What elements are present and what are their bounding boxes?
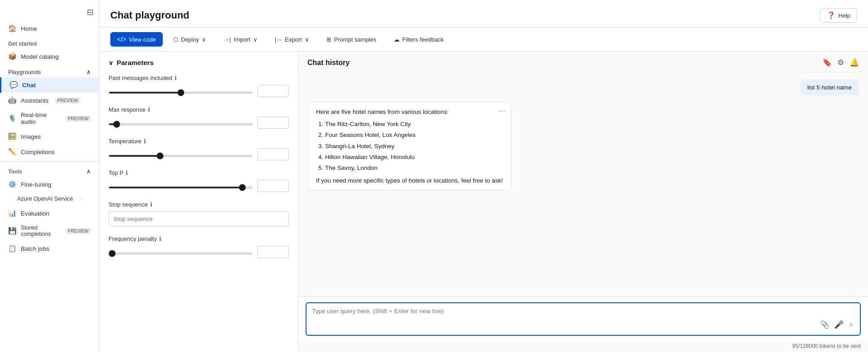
max-response-info-icon[interactable]: ℹ [148, 106, 150, 113]
collapse-icon[interactable]: ⊟ [87, 7, 94, 17]
page-title: Chat playground [110, 9, 189, 21]
sidebar-realtime-label: Real-time audio [21, 112, 59, 125]
realtime-preview-badge: PREVIEW [66, 116, 91, 122]
max-response-label: Max response ℹ [108, 106, 289, 113]
import-icon: →| [223, 36, 231, 43]
sidebar-item-fine-tuning[interactable]: ⚙️ Fine-tuning [0, 177, 99, 192]
frequency-penalty-info-icon[interactable]: ℹ [159, 235, 161, 242]
deploy-button[interactable]: ⬡ Deploy ∨ [166, 33, 213, 47]
frequency-penalty-slider-wrapper [108, 248, 253, 256]
sidebar-item-evaluation[interactable]: 📊 Evaluation [0, 206, 99, 221]
export-label: Export [285, 36, 302, 43]
frequency-penalty-slider[interactable] [108, 253, 253, 254]
frequency-penalty-input[interactable]: 0 [257, 246, 289, 258]
sidebar-item-assistants[interactable]: 🤖 Assistants PREVIEW [0, 93, 99, 108]
deploy-chevron-icon: ∨ [202, 36, 206, 43]
sidebar-item-realtime-audio[interactable]: 🎙️ Real-time audio PREVIEW [0, 108, 99, 129]
parameters-section-header[interactable]: ∨ Parameters [108, 59, 289, 66]
parameters-panel: ∨ Parameters Past messages included ℹ 10 [99, 52, 298, 352]
temperature-group: Temperature ℹ 0.7 [108, 138, 289, 160]
sidebar-item-batch-jobs[interactable]: 📋 Batch jobs [0, 241, 99, 256]
chat-input-actions: 📎 🎤 ➤ [820, 320, 854, 330]
max-response-slider-row: 135 [108, 117, 289, 129]
chat-history-header: Chat history 🔖 ⚙ 🔔 [298, 52, 868, 72]
top-p-input[interactable]: 0.95 [257, 180, 289, 192]
view-code-icon: </> [117, 36, 126, 43]
filters-feedback-button[interactable]: ☁ Filters feedback [387, 33, 451, 47]
max-response-input[interactable]: 135 [257, 117, 289, 129]
parameters-title: Parameters [117, 59, 154, 66]
bookmark-icon[interactable]: 🔖 [822, 58, 832, 67]
past-messages-info-icon[interactable]: ℹ [175, 75, 177, 81]
top-p-slider[interactable] [108, 187, 253, 188]
frequency-penalty-group: Frequency penalty ℹ 0 [108, 235, 289, 258]
stored-completions-icon: 💾 [8, 227, 16, 235]
microphone-icon[interactable]: 🎤 [834, 320, 844, 329]
filters-feedback-icon: ☁ [394, 36, 400, 43]
completions-icon: ✏️ [8, 148, 16, 156]
sidebar-item-home[interactable]: 🏠 Home [0, 21, 99, 36]
top-p-info-icon[interactable]: ℹ [126, 169, 128, 176]
assistants-icon: 🤖 [8, 96, 16, 104]
temperature-info-icon[interactable]: ℹ [144, 138, 146, 145]
sidebar-item-chat[interactable]: 💬 Chat [0, 77, 99, 93]
sidebar-collapse-button[interactable]: ⊟ [0, 4, 99, 21]
temperature-input[interactable]: 0.7 [257, 148, 289, 160]
user-message: list 5 hotel name [800, 80, 859, 95]
import-button[interactable]: →| Import ∨ [217, 33, 264, 47]
frequency-penalty-label: Frequency penalty ℹ [108, 235, 289, 242]
deploy-icon: ⬡ [173, 36, 178, 43]
chat-history-title: Chat history [307, 59, 349, 67]
chat-footer-info: 85/128000 tokens to be sent [298, 341, 868, 352]
stop-sequence-input[interactable] [108, 211, 289, 226]
fine-tuning-icon: ⚙️ [8, 180, 16, 188]
frequency-penalty-slider-row: 0 [108, 246, 289, 258]
past-messages-input[interactable]: 10 [257, 85, 289, 97]
sidebar-chat-label: Chat [22, 82, 36, 89]
parameters-collapse-icon: ∨ [108, 59, 113, 66]
sidebar-model-catalog-label: Model catalog [21, 53, 59, 60]
chat-header-icons: 🔖 ⚙ 🔔 [822, 58, 859, 67]
hotel-item-5: The Savoy, London [325, 164, 503, 173]
prompt-samples-icon: ⊞ [326, 36, 331, 43]
sidebar: ⊟ 🏠 Home Get started 📦 Model catalog Pla… [0, 0, 99, 352]
help-button[interactable]: ❓ Help [820, 8, 857, 23]
batch-jobs-icon: 📋 [8, 244, 16, 253]
chat-input[interactable] [312, 308, 820, 330]
content-area: ∨ Parameters Past messages included ℹ 10 [99, 52, 868, 352]
past-messages-label: Past messages included ℹ [108, 75, 289, 81]
past-messages-slider[interactable] [108, 92, 253, 94]
sidebar-completions-label: Completions [21, 149, 55, 155]
top-p-slider-row: 0.95 [108, 180, 289, 192]
prompt-samples-button[interactable]: ⊞ Prompt samples [320, 33, 383, 47]
evaluation-icon: 📊 [8, 209, 16, 217]
main-area: Chat playground ❓ Help </> View code ⬡ D… [99, 0, 868, 352]
assistant-outro: If you need more specific types of hotel… [316, 177, 503, 184]
export-icon: |→ [275, 36, 282, 43]
settings-icon[interactable]: ⚙ [837, 58, 844, 67]
temperature-slider[interactable] [108, 155, 253, 157]
sidebar-item-completions[interactable]: ✏️ Completions [0, 144, 99, 160]
max-response-slider[interactable] [108, 123, 253, 125]
sidebar-item-model-catalog[interactable]: 📦 Model catalog [0, 49, 99, 64]
realtime-audio-icon: 🎙️ [8, 114, 16, 122]
past-messages-slider-wrapper [108, 87, 253, 95]
attach-icon[interactable]: 📎 [820, 320, 830, 329]
sidebar-item-stored-completions[interactable]: 💾 Stored completions PREVIEW [0, 221, 99, 241]
send-icon[interactable]: ➤ [848, 320, 854, 329]
view-code-button[interactable]: </> View code [110, 32, 163, 47]
sidebar-item-images[interactable]: 🖼️ Images [0, 129, 99, 144]
sidebar-item-azure-openai[interactable]: Azure OpenAI Service [0, 192, 99, 206]
model-catalog-icon: 📦 [8, 52, 16, 61]
chat-messages: list 5 hotel name ⋯ Here are five hotel … [298, 72, 868, 296]
export-button[interactable]: |→ Export ∨ [268, 33, 316, 47]
chat-icon: 💬 [9, 81, 18, 89]
stop-sequence-info-icon[interactable]: ℹ [150, 201, 152, 208]
export-chevron-icon: ∨ [305, 36, 309, 43]
hotel-item-3: Shangri-La Hotel, Sydney [325, 142, 503, 151]
volume-icon[interactable]: 🔔 [849, 58, 859, 67]
more-options-icon[interactable]: ⋯ [498, 107, 505, 115]
help-icon: ❓ [827, 11, 835, 19]
sidebar-azure-openai-label: Azure OpenAI Service [17, 196, 73, 202]
sidebar-section-get-started: Get started [0, 36, 99, 49]
